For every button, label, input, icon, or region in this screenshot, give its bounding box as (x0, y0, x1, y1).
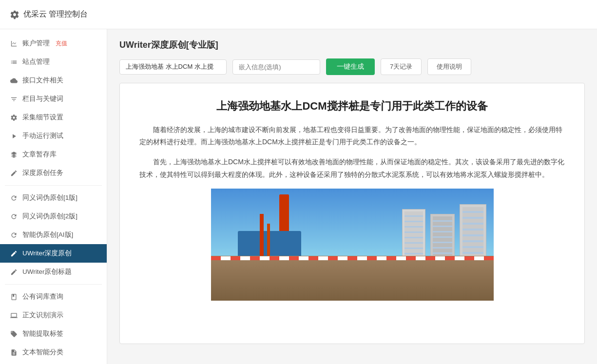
sidebar-item-ai[interactable]: 智能伪原创[AI版] (0, 226, 107, 244)
help-button[interactable]: 使用说明 (427, 58, 471, 75)
sidebar-item-site[interactable]: 站点管理 (0, 53, 107, 71)
article-title: 上海强劲地基水上DCM搅拌桩是专门用于此类工作的设备 (139, 98, 565, 114)
edit-icon (10, 169, 18, 177)
sidebar-item-uwriter[interactable]: UWriter深度原创 (0, 244, 107, 263)
sidebar-item-deep-original-label: 深度原创任务 (22, 169, 63, 177)
sidebar-item-dictionary-label: 公有词库查询 (22, 292, 63, 301)
sidebar-item-column[interactable]: 栏目与关键词 (0, 90, 107, 108)
monitor-icon (10, 311, 18, 319)
sidebar-section-3: 公有词库查询 正文识别演示 智能提取标签 文本智能分类 (0, 287, 107, 362)
sidebar-item-collect-label: 采集细节设置 (22, 113, 63, 122)
tag-icon (10, 330, 18, 338)
sidebar-item-tag[interactable]: 智能提取标签 (0, 325, 107, 343)
refresh-icon-2 (10, 212, 18, 220)
sidebar-item-manual-label: 手动运行测试 (22, 132, 63, 140)
sidebar-item-uwriter-title[interactable]: UWriter原创标题 (0, 263, 107, 281)
badge-chongzhi: 充值 (56, 39, 67, 48)
sidebar-item-tag-label: 智能提取标签 (22, 329, 63, 338)
refresh-icon-3 (10, 231, 18, 239)
play-icon (10, 132, 18, 140)
sidebar-item-deep-original[interactable]: 深度原创任务 (0, 164, 107, 182)
sidebar-item-dictionary[interactable]: 公有词库查询 (0, 287, 107, 306)
sidebar-item-synonym1[interactable]: 同义词伪原创[1版] (0, 189, 107, 207)
sidebar-item-article-lib[interactable]: 文章暂存库 (0, 145, 107, 164)
page-title: UWriter深度原创[专业版] (119, 39, 585, 51)
sidebar-item-synonym2-label: 同义词伪原创[2版] (22, 212, 77, 221)
keyword-input[interactable] (119, 59, 227, 75)
list-icon (10, 58, 18, 66)
embed-input[interactable] (232, 59, 320, 75)
sidebar-item-uwriter-label: UWriter深度原创 (22, 249, 72, 258)
sidebar-item-manual[interactable]: 手动运行测试 (0, 127, 107, 145)
settings-icon (10, 114, 18, 121)
sidebar-item-recognition-label: 正文识别演示 (22, 311, 63, 320)
article-container: 上海强劲地基水上DCM搅拌桩是专门用于此类工作的设备 随着经济的发展，上海的城市… (119, 83, 585, 344)
sidebar-item-site-label: 站点管理 (22, 57, 50, 66)
sidebar-item-interface[interactable]: 接口文件相关 (0, 71, 107, 90)
sidebar-item-classify[interactable]: 文本智能分类 (0, 343, 107, 362)
refresh-icon-1 (10, 194, 18, 202)
layers-icon (10, 151, 18, 158)
chart-icon (10, 39, 18, 47)
sidebar-item-account-label: 账户管理 (22, 39, 50, 48)
top-header: 优采云 管理控制台 (0, 0, 597, 29)
cloud-icon (10, 77, 18, 84)
edit-icon-3 (10, 268, 18, 276)
file-icon (10, 348, 18, 356)
sidebar-item-column-label: 栏目与关键词 (22, 95, 63, 103)
sidebar-item-ai-label: 智能伪原创[AI版] (22, 230, 73, 239)
sidebar-section-2: 同义词伪原创[1版] 同义词伪原创[2版] 智能伪原创[AI版] UWriter… (0, 189, 107, 281)
gear-icon (10, 10, 19, 19)
sidebar-divider-2 (5, 284, 102, 285)
sidebar-item-recognition[interactable]: 正文识别演示 (0, 306, 107, 325)
sidebar-item-collect[interactable]: 采集细节设置 (0, 108, 107, 127)
sidebar-item-interface-label: 接口文件相关 (22, 76, 63, 85)
sidebar-item-article-lib-label: 文章暂存库 (22, 150, 57, 159)
sidebar-item-synonym2[interactable]: 同义词伪原创[2版] (0, 207, 107, 226)
article-para-2: 首先，上海强劲地基水上DCM水上搅拌桩可以有效地改善地面的物理性能，从而保证地面… (139, 156, 565, 180)
logo: 优采云 管理控制台 (10, 9, 88, 19)
filter-icon (10, 95, 18, 103)
app-title: 优采云 管理控制台 (23, 9, 88, 19)
sidebar-item-synonym1-label: 同义词伪原创[1版] (22, 193, 77, 202)
sidebar-divider-1 (5, 185, 102, 186)
edit-icon-2 (10, 249, 18, 257)
sidebar-section-1: 账户管理 充值 站点管理 接口文件相关 栏目与关键词 (0, 34, 107, 182)
layout: 账户管理 充值 站点管理 接口文件相关 栏目与关键词 (0, 29, 597, 364)
sidebar: 账户管理 充值 站点管理 接口文件相关 栏目与关键词 (0, 29, 107, 364)
record-button[interactable]: 7天记录 (381, 58, 422, 75)
book-icon (10, 293, 18, 301)
article-image: 机械 (211, 189, 494, 301)
sidebar-item-account[interactable]: 账户管理 充值 (0, 34, 107, 53)
toolbar: 一键生成 7天记录 使用说明 (119, 58, 585, 75)
main-content: UWriter深度原创[专业版] 一键生成 7天记录 使用说明 上海强劲地基水上… (107, 29, 597, 364)
sidebar-item-uwriter-title-label: UWriter原创标题 (22, 268, 72, 276)
sidebar-item-classify-label: 文本智能分类 (22, 348, 63, 357)
article-para-1: 随着经济的发展，上海的城市建设不断向前发展，地基工程也变得日益重要。为了改善地面… (139, 124, 565, 148)
generate-button[interactable]: 一键生成 (326, 58, 375, 75)
